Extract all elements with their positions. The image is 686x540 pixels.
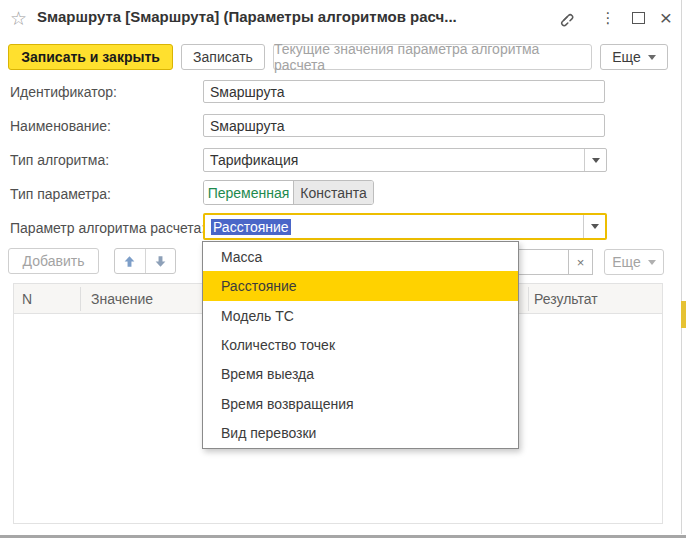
more-button-label: Еще — [612, 49, 641, 65]
save-and-close-button[interactable]: Записать и закрыть — [8, 44, 173, 70]
favorite-star-icon[interactable]: ☆ — [10, 7, 27, 30]
kebab-menu-icon[interactable]: ⋮ — [596, 6, 620, 30]
window-right-border — [681, 0, 682, 534]
parameter-type-toggle: Переменная Константа — [203, 180, 374, 205]
algorithm-parameter-combo[interactable]: Расстояние — [203, 213, 607, 240]
move-up-button[interactable] — [115, 249, 145, 273]
name-field[interactable] — [203, 114, 605, 137]
column-header-n[interactable]: N — [22, 284, 32, 314]
column-divider — [528, 287, 529, 311]
add-button[interactable]: Добавить — [8, 248, 99, 274]
down-arrow-icon — [154, 255, 167, 268]
window-title: Sмаршрута [Sмаршрута] (Параметры алгорит… — [37, 8, 457, 25]
reorder-buttons — [114, 248, 176, 274]
dropdown-item-vremya-vozvrashcheniya[interactable]: Время возвращения — [203, 389, 518, 418]
name-label: Наименование: — [10, 118, 111, 134]
current-values-button[interactable]: Текущие значения параметра алгоритма рас… — [273, 44, 592, 70]
toggle-option-variable[interactable]: Переменная — [204, 181, 294, 204]
algorithm-type-label: Тип алгоритма: — [10, 152, 109, 168]
maximize-icon[interactable] — [626, 6, 650, 30]
algorithm-type-value: Тарификация — [204, 152, 584, 168]
column-header-value[interactable]: Значение — [91, 284, 153, 314]
dropdown-item-vid-perevozki[interactable]: Вид перевозки — [203, 419, 518, 448]
more-button-label: Еще — [612, 254, 641, 270]
clear-search-icon[interactable]: × — [568, 249, 593, 275]
parameter-dropdown-list: Масса Расстояние Модель ТС Количество то… — [202, 241, 519, 449]
title-bar: ☆ Sмаршрута [Sмаршрута] (Параметры алгор… — [0, 0, 686, 38]
chevron-down-icon — [648, 55, 656, 60]
column-divider — [80, 287, 81, 311]
identifier-label: Идентификатор: — [10, 84, 117, 100]
parameter-type-label: Тип параметра: — [10, 186, 111, 202]
chevron-down-icon — [648, 260, 656, 265]
close-icon[interactable]: × — [654, 6, 678, 30]
dropdown-item-model-ts[interactable]: Модель ТС — [203, 301, 518, 330]
up-arrow-icon — [123, 255, 136, 268]
save-button[interactable]: Записать — [181, 44, 265, 70]
more-button-table[interactable]: Еще — [604, 249, 664, 275]
toggle-option-constant[interactable]: Константа — [294, 181, 373, 204]
algorithm-type-combo[interactable]: Тарификация — [203, 148, 607, 172]
more-button-top[interactable]: Еще — [600, 44, 668, 70]
algorithm-parameter-value: Расстояние — [211, 219, 291, 235]
column-header-result[interactable]: Результат — [534, 284, 598, 314]
app-window: ☆ Sмаршрута [Sмаршрута] (Параметры алгор… — [0, 0, 686, 540]
window-bottom-border — [0, 535, 686, 538]
algorithm-parameter-label: Параметр алгоритма расчета: — [10, 220, 205, 236]
scroll-position-marker — [681, 301, 686, 328]
identifier-field[interactable] — [203, 80, 605, 103]
dropdown-arrow-icon[interactable] — [584, 149, 606, 171]
dropdown-item-rasstoyanie[interactable]: Расстояние — [203, 271, 518, 300]
dropdown-item-massa[interactable]: Масса — [203, 242, 518, 271]
dropdown-item-vremya-vyezda[interactable]: Время выезда — [203, 360, 518, 389]
dropdown-item-kolichestvo-tochek[interactable]: Количество точек — [203, 330, 518, 359]
move-down-button[interactable] — [145, 249, 176, 273]
link-icon[interactable] — [553, 6, 577, 30]
dropdown-arrow-icon[interactable] — [583, 215, 605, 238]
